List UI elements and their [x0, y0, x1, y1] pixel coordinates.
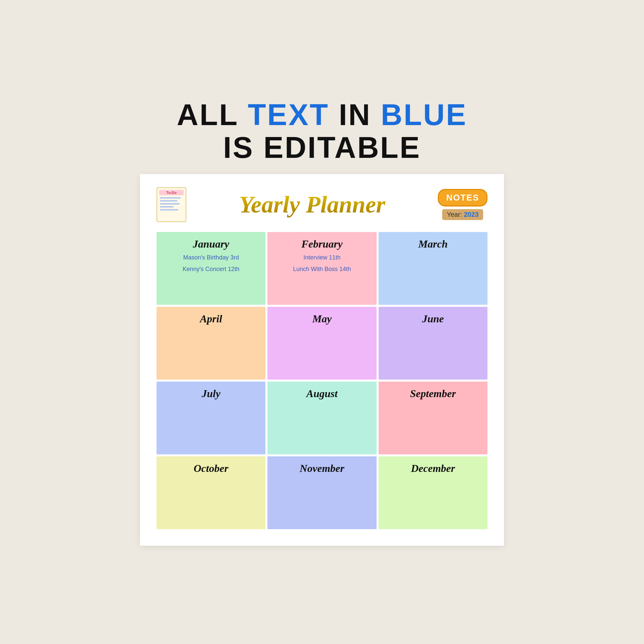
month-events-january: Mason's Birthday 3rdKenny's Concert 12th	[162, 254, 260, 273]
planner-header: To-Do Yearly Planner NOTES Year: 2023	[157, 187, 487, 222]
month-cell-february: FebruaryInterview 11thLunch With Boss 14…	[267, 232, 376, 305]
month-name-october: October	[162, 462, 260, 475]
month-name-february: February	[273, 238, 371, 250]
notes-badge-area: NOTES Year: 2023	[438, 189, 487, 220]
year-value: 2023	[464, 211, 479, 218]
page-wrapper: All TEXT IN BLUE IS EDITABLE To-Do	[0, 0, 644, 644]
planner-card: To-Do Yearly Planner NOTES Year: 2023	[140, 174, 504, 546]
todo-line-5	[160, 209, 178, 210]
month-name-june: June	[384, 313, 482, 325]
month-name-march: March	[384, 238, 482, 250]
event-text[interactable]: Mason's Birthday 3rd	[162, 254, 260, 261]
notes-badge: NOTES	[438, 189, 487, 207]
month-cell-august: August	[267, 382, 376, 454]
month-cell-july: July	[157, 382, 265, 454]
heading-all: All	[177, 98, 248, 131]
heading-in: IN	[329, 98, 381, 131]
event-text[interactable]: Kenny's Concert 12th	[162, 266, 260, 273]
month-cell-september: September	[379, 382, 487, 454]
todo-line-1	[160, 197, 181, 199]
event-text[interactable]: Lunch With Boss 14th	[273, 266, 371, 273]
month-cell-october: October	[157, 456, 265, 529]
todo-label: To-Do	[166, 191, 177, 195]
month-name-july: July	[162, 388, 260, 400]
calendar-grid: JanuaryMason's Birthday 3rdKenny's Conce…	[157, 232, 487, 529]
planner-title: Yearly Planner	[186, 191, 438, 218]
todo-line-4	[160, 206, 174, 207]
month-cell-march: March	[379, 232, 487, 305]
heading-is-editable: IS EDITABLE	[223, 131, 421, 164]
month-name-august: August	[273, 388, 371, 400]
month-cell-december: December	[379, 456, 487, 529]
month-name-november: November	[273, 462, 371, 475]
month-cell-november: November	[267, 456, 376, 529]
month-name-april: April	[162, 313, 260, 325]
month-name-may: May	[273, 313, 371, 325]
todo-line-2	[160, 200, 177, 202]
heading-blue: BLUE	[381, 98, 467, 131]
heading-text: TEXT	[248, 98, 329, 131]
month-cell-january: JanuaryMason's Birthday 3rdKenny's Conce…	[157, 232, 265, 305]
todo-icon: To-Do	[157, 187, 186, 222]
heading-line2: IS EDITABLE	[177, 131, 467, 164]
todo-title-bar: To-Do	[159, 190, 184, 195]
month-events-february: Interview 11thLunch With Boss 14th	[273, 254, 371, 273]
year-label: Year:	[447, 211, 462, 218]
month-name-september: September	[384, 388, 482, 400]
todo-line-3	[160, 203, 180, 205]
heading-line1: All TEXT IN BLUE	[177, 99, 467, 131]
month-cell-may: May	[267, 307, 376, 380]
month-name-january: January	[162, 238, 260, 250]
month-cell-april: April	[157, 307, 265, 380]
todo-lines	[159, 197, 184, 219]
month-cell-june: June	[379, 307, 487, 380]
month-name-december: December	[384, 462, 482, 475]
event-text[interactable]: Interview 11th	[273, 254, 371, 261]
year-badge: Year: 2023	[442, 209, 483, 220]
top-heading: All TEXT IN BLUE IS EDITABLE	[177, 99, 467, 164]
